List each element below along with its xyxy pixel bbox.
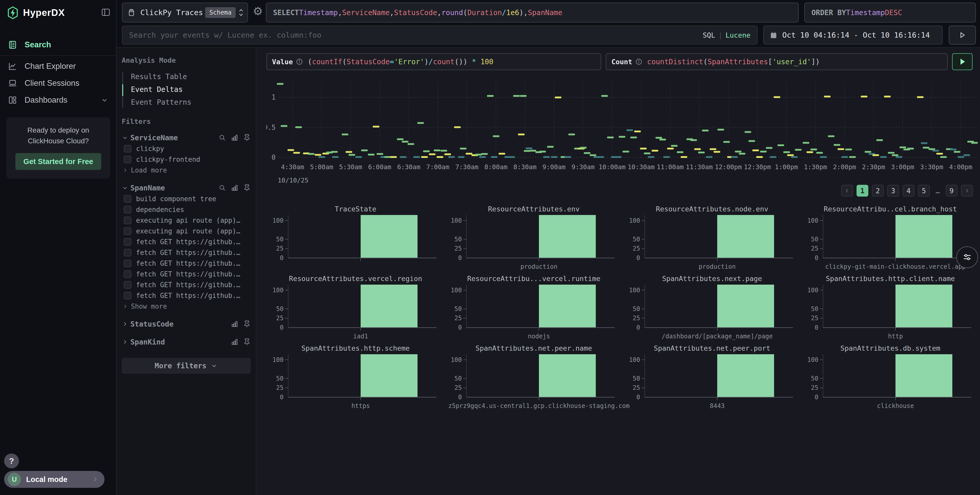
bar-chart-svg: ResourceAttributes.vercel.region02550100… xyxy=(266,274,445,344)
events-scatter-chart[interactable]: 4:30am5:00am5:30am6:00am6:30am7:00am7:30… xyxy=(266,73,980,186)
search-input[interactable]: Search your events w/ Lucene ex. column:… xyxy=(122,25,758,44)
filter-checkbox-row[interactable]: fetch GET https://github.… xyxy=(122,247,251,258)
svg-text:50: 50 xyxy=(811,305,818,313)
filter-checkbox-row[interactable]: fetch GET https://github.… xyxy=(122,236,251,247)
filter-checkbox-row[interactable]: fetch GET https://github.… xyxy=(122,258,251,269)
filter-checkbox-row[interactable]: executing api route (app)… xyxy=(122,215,251,226)
sql-select-input[interactable]: SELECT Timestamp, ServiceName, StatusCod… xyxy=(266,3,799,22)
checkbox[interactable] xyxy=(124,292,131,300)
prev-page-button[interactable] xyxy=(841,185,853,197)
attribute-chart-SpanAttributes.db.system[interactable]: SpanAttributes.db.system02550100clickhou… xyxy=(801,344,980,414)
hyperdx-app: HyperDX Search Chart Explorer Client Ses… xyxy=(0,0,980,495)
checkbox[interactable] xyxy=(124,195,131,203)
sidebar-item-client-sessions[interactable]: Client Sessions xyxy=(0,75,116,92)
checkbox[interactable] xyxy=(124,155,131,163)
mode-event-patterns[interactable]: Event Patterns xyxy=(131,96,251,109)
svg-text:clickhouse: clickhouse xyxy=(877,402,914,409)
next-page-button[interactable] xyxy=(961,185,973,197)
get-started-button[interactable]: Get Started for Free xyxy=(15,153,101,170)
page-button-5[interactable]: 5 xyxy=(918,185,930,197)
checkbox[interactable] xyxy=(124,238,131,246)
filter-checkbox-row[interactable]: fetch GET https://github.… xyxy=(122,290,251,301)
sidebar-item-chart-explorer[interactable]: Chart Explorer xyxy=(0,58,116,75)
checkbox[interactable] xyxy=(124,227,131,235)
svg-text:ResourceAttributes.env: ResourceAttributes.env xyxy=(488,205,580,213)
filter-group-spanname[interactable]: SpanName xyxy=(122,182,251,194)
date-range-picker[interactable]: Oct 10 04:16:14 - Oct 10 16:16:14 xyxy=(763,25,943,44)
chevron-right-icon xyxy=(122,321,130,327)
show-more-link[interactable]: Show more xyxy=(122,301,251,312)
search-icon[interactable] xyxy=(218,184,226,192)
checkbox[interactable] xyxy=(124,249,131,257)
bar-chart-icon[interactable] xyxy=(231,320,239,328)
checkbox[interactable] xyxy=(124,281,131,289)
search-icon[interactable] xyxy=(218,134,226,141)
svg-text:0.5: 0.5 xyxy=(266,124,275,131)
attribute-chart-ResourceAttributes.node.env[interactable]: ResourceAttributes.node.env02550100produ… xyxy=(623,205,801,274)
pin-icon[interactable] xyxy=(243,338,251,346)
bar-chart-icon[interactable] xyxy=(231,338,239,346)
load-more-link[interactable]: Load more xyxy=(122,165,251,176)
count-expression-input[interactable]: Count countDistinct(SpanAttributes['user… xyxy=(606,53,948,70)
sidebar-item-search[interactable]: Search xyxy=(0,36,116,53)
app-title: HyperDX xyxy=(23,8,65,18)
pin-icon[interactable] xyxy=(243,320,251,328)
sidebar: HyperDX Search Chart Explorer Client Ses… xyxy=(0,0,116,495)
checkbox[interactable] xyxy=(124,270,131,278)
page-button-9[interactable]: 9 xyxy=(946,185,958,197)
filter-checkbox-row[interactable]: fetch GET https://github.… xyxy=(122,279,251,290)
mode-results-table[interactable]: Results Table xyxy=(131,70,251,83)
pin-icon[interactable] xyxy=(243,184,251,192)
chevron-right-icon xyxy=(122,303,131,309)
source-selector[interactable]: ClickPy Traces Schema xyxy=(122,3,248,22)
sql-mode-button[interactable]: SQL xyxy=(703,31,715,39)
run-search-button[interactable] xyxy=(949,25,976,44)
gear-icon[interactable]: ⚙ xyxy=(253,5,263,17)
pin-icon[interactable] xyxy=(243,134,251,141)
mode-event-deltas[interactable]: Event Deltas xyxy=(131,83,251,96)
svg-text:50: 50 xyxy=(633,236,640,243)
attribute-chart-SpanAttributes.http.scheme[interactable]: SpanAttributes.http.scheme02550100https xyxy=(266,344,445,414)
filter-checkbox-row[interactable]: build component tree xyxy=(122,194,251,204)
sidebar-item-dashboards[interactable]: Dashboards xyxy=(0,92,116,108)
attribute-chart-ResourceAttribu..cel.branch_host[interactable]: ResourceAttribu..cel.branch_host02550100… xyxy=(801,205,980,274)
attribute-chart-ResourceAttributes.env[interactable]: ResourceAttributes.env02550100production xyxy=(445,205,623,274)
filter-checkbox-row[interactable]: dependencies xyxy=(122,204,251,215)
chart-settings-floating-button[interactable] xyxy=(956,246,978,268)
analysis-mode-title: Analysis Mode xyxy=(122,56,251,64)
value-expression-input[interactable]: Value (countIf(StatusCode='Error')/count… xyxy=(266,53,601,70)
page-button-1[interactable]: 1 xyxy=(856,185,868,197)
filter-checkbox-row[interactable]: fetch GET https://github.… xyxy=(122,269,251,279)
sidebar-collapse-icon[interactable] xyxy=(101,7,111,18)
order-by-input[interactable]: ORDER BY Timestamp DESC xyxy=(804,3,976,22)
analysis-mode-list: Results Table Event Deltas Event Pattern… xyxy=(122,70,251,109)
checkbox[interactable] xyxy=(124,217,131,224)
filter-group-spankind[interactable]: SpanKind xyxy=(122,336,251,347)
page-button-2[interactable]: 2 xyxy=(872,185,884,197)
attribute-chart-SpanAttributes.net.peer.port[interactable]: SpanAttributes.net.peer.port025501008443 xyxy=(623,344,801,414)
svg-text:50: 50 xyxy=(811,375,818,382)
checkbox[interactable] xyxy=(124,145,131,152)
attribute-chart-TraceState[interactable]: TraceState02550100 xyxy=(266,205,445,274)
page-button-3[interactable]: 3 xyxy=(887,185,899,197)
bar-chart-icon[interactable] xyxy=(231,134,239,141)
run-chart-button[interactable] xyxy=(952,53,972,70)
attribute-chart-SpanAttributes.http.client.name[interactable]: SpanAttributes.http.client.name02550100h… xyxy=(801,274,980,344)
checkbox[interactable] xyxy=(124,206,131,213)
checkbox[interactable] xyxy=(124,260,131,267)
attribute-chart-SpanAttributes.next.page[interactable]: SpanAttributes.next.page02550100/dashboa… xyxy=(623,274,801,344)
attribute-chart-ResourceAttribu...vercel.runtime[interactable]: ResourceAttribu...vercel.runtime02550100… xyxy=(445,274,623,344)
filter-group-servicename[interactable]: ServiceName xyxy=(122,132,251,143)
filter-checkbox-row[interactable]: clickpy xyxy=(122,143,251,154)
help-button[interactable]: ? xyxy=(4,454,19,468)
lucene-mode-button[interactable]: Lucene xyxy=(725,31,751,39)
attribute-chart-ResourceAttributes.vercel.region[interactable]: ResourceAttributes.vercel.region02550100… xyxy=(266,274,445,344)
attribute-chart-SpanAttributes.net.peer.name[interactable]: SpanAttributes.net.peer.name02550100z5pr… xyxy=(445,344,623,414)
filter-checkbox-row[interactable]: clickpy-frontend xyxy=(122,154,251,165)
page-button-4[interactable]: 4 xyxy=(903,185,915,197)
more-filters-button[interactable]: More filters xyxy=(122,358,251,374)
local-mode-button[interactable]: U Local mode xyxy=(4,471,105,488)
filter-checkbox-row[interactable]: executing api route (app)… xyxy=(122,226,251,236)
bar-chart-icon[interactable] xyxy=(231,184,239,192)
filter-group-statuscode[interactable]: StatusCode xyxy=(122,318,251,330)
